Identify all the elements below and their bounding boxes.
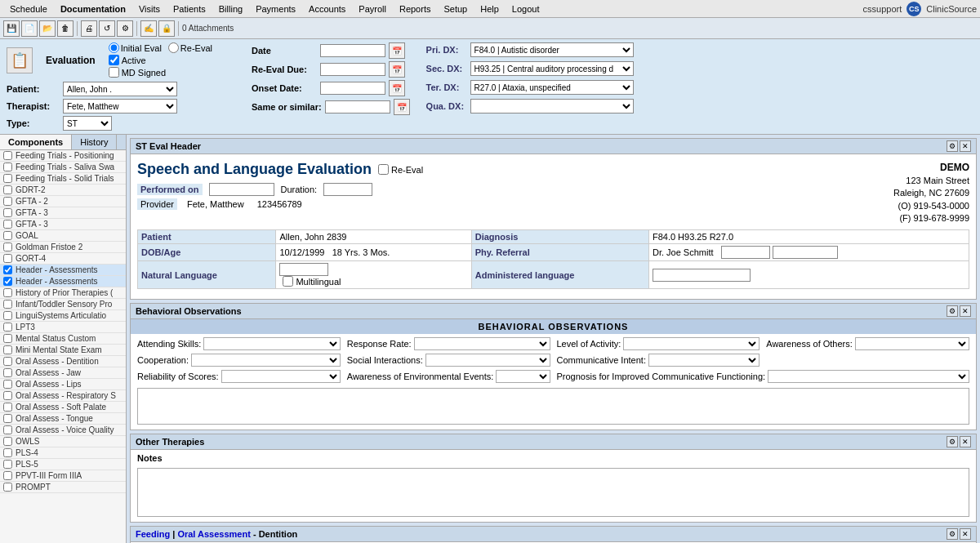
- history-tab[interactable]: History: [72, 135, 117, 149]
- performed-on-input[interactable]: 01/30/2018: [209, 183, 274, 196]
- social-interactions-select[interactable]: [425, 354, 550, 367]
- communicative-intent-select[interactable]: [648, 354, 760, 367]
- md-signed-checkbox[interactable]: MD Signed: [109, 67, 166, 78]
- sidebar-item-10[interactable]: Header - Assessments: [0, 265, 126, 276]
- therapist-select[interactable]: Fete, Matthew: [63, 99, 177, 113]
- active-checkbox[interactable]: Active: [109, 55, 146, 65]
- st-eval-settings-btn[interactable]: ⚙: [947, 140, 958, 152]
- sidebar-item-13[interactable]: Infant/Toddler Sensory Pro: [0, 299, 126, 310]
- nav-billing[interactable]: Billing: [212, 2, 249, 16]
- behavioral-close-btn[interactable]: ✕: [960, 305, 971, 317]
- sidebar-item-16[interactable]: Mental Status Custom: [0, 333, 126, 345]
- behavioral-settings-btn[interactable]: ⚙: [947, 305, 958, 317]
- initial-eval-radio[interactable]: Initial Eval: [109, 42, 162, 53]
- nav-help[interactable]: Help: [474, 2, 506, 16]
- sidebar-item-11[interactable]: Header - Assessments: [0, 276, 126, 287]
- other-therapies-close-btn[interactable]: ✕: [960, 436, 971, 447]
- nav-payments[interactable]: Payments: [249, 2, 302, 16]
- sidebar-item-14[interactable]: LinguiSystems Articulatio: [0, 310, 126, 322]
- nav-accounts[interactable]: Accounts: [302, 2, 352, 16]
- qua-dx-select[interactable]: [470, 99, 634, 113]
- phy-ref-extra-input[interactable]: [773, 246, 838, 259]
- refresh-button[interactable]: ↺: [99, 20, 115, 37]
- sidebar-item-21[interactable]: Oral Assess - Respiratory S: [0, 390, 126, 402]
- sidebar-item-voice-quality[interactable]: Oral Assess - Voice Quality: [0, 425, 126, 436]
- level-activity-select[interactable]: [623, 337, 760, 350]
- sidebar-item-9[interactable]: GORT-4: [0, 253, 126, 265]
- date-calendar-btn[interactable]: 📅: [389, 42, 405, 59]
- sidebar-item-25[interactable]: OWLS: [0, 436, 126, 447]
- duration-input[interactable]: [323, 183, 372, 196]
- sidebar-item-soft-palate[interactable]: Oral Assess - Soft Palate: [0, 402, 126, 413]
- nav-patients[interactable]: Patients: [167, 2, 212, 16]
- sidebar-item-17[interactable]: Mini Mental State Exam: [0, 345, 126, 356]
- admin-lang-input[interactable]: [653, 269, 751, 282]
- awareness-env-select[interactable]: [496, 370, 550, 383]
- sidebar-item-8[interactable]: Goldman Fristoe 2: [0, 242, 126, 253]
- nav-setup[interactable]: Setup: [437, 2, 474, 16]
- open-button[interactable]: 📂: [39, 20, 56, 37]
- sidebar-item-20[interactable]: Oral Assess - Lips: [0, 379, 126, 390]
- sidebar-item-4[interactable]: GFTA - 2: [0, 196, 126, 207]
- sidebar-item-19[interactable]: Oral Assess - Jaw: [0, 367, 126, 379]
- date-input[interactable]: 1/30/2018: [320, 44, 385, 57]
- reliability-select[interactable]: [221, 370, 341, 383]
- nav-schedule[interactable]: Schedule: [3, 2, 54, 16]
- delete-button[interactable]: 🗑: [57, 20, 74, 37]
- multilingual-checkbox[interactable]: Multilingual: [283, 276, 467, 287]
- behavioral-observations-textarea[interactable]: [137, 388, 969, 425]
- reeval-panel-checkbox[interactable]: Re-Eval: [378, 164, 423, 175]
- sidebar-item-29[interactable]: PROMPT: [0, 482, 126, 493]
- cooperation-select[interactable]: [191, 354, 341, 367]
- sidebar-item-6[interactable]: GFTA - 3: [0, 219, 126, 230]
- sidebar-item-12[interactable]: History of Prior Therapies (: [0, 287, 126, 299]
- nav-visits[interactable]: Visits: [132, 2, 167, 16]
- prognosis-select[interactable]: [768, 370, 969, 383]
- sidebar-item-15[interactable]: LPT3: [0, 322, 126, 333]
- patient-select[interactable]: Allen, John .: [63, 82, 177, 96]
- same-calendar-btn[interactable]: 📅: [394, 99, 410, 115]
- nav-documentation[interactable]: Documentation: [54, 2, 132, 16]
- nav-reports[interactable]: Reports: [393, 2, 438, 16]
- phy-ref-id-input[interactable]: 5551212: [721, 246, 770, 259]
- sidebar-item-28[interactable]: PPVT-III Form IIIA: [0, 470, 126, 482]
- awareness-others-select[interactable]: [855, 337, 969, 350]
- attending-skills-select[interactable]: [203, 337, 340, 350]
- print-button[interactable]: 🖨: [81, 20, 97, 37]
- components-tab[interactable]: Components: [0, 135, 72, 149]
- natural-lang-input[interactable]: [279, 263, 328, 276]
- save-button[interactable]: 💾: [3, 20, 20, 37]
- reeval-radio[interactable]: Re-Eval: [168, 42, 212, 53]
- st-eval-close-btn[interactable]: ✕: [960, 140, 971, 152]
- notes-textarea[interactable]: [137, 468, 969, 517]
- onset-calendar-btn[interactable]: 📅: [389, 80, 405, 96]
- sidebar-item-0[interactable]: Feeding Trials - Positioning: [0, 150, 126, 162]
- response-rate-select[interactable]: [414, 337, 550, 350]
- sidebar-item-2[interactable]: Feeding Trials - Solid Trials: [0, 173, 126, 185]
- sidebar-item-3[interactable]: GDRT-2: [0, 185, 126, 196]
- pri-dx-select[interactable]: F84.0 | Autistic disorder: [470, 42, 634, 57]
- onset-date-input[interactable]: [320, 82, 385, 95]
- sidebar-item-18[interactable]: Oral Assess - Dentition: [0, 356, 126, 367]
- type-select[interactable]: ST: [63, 116, 112, 131]
- lock-button[interactable]: 🔒: [158, 20, 175, 37]
- sidebar-item-26[interactable]: PLS-4: [0, 447, 126, 459]
- nav-payroll[interactable]: Payroll: [352, 2, 393, 16]
- sidebar-item-1[interactable]: Feeding Trials - Saliva Swa: [0, 162, 126, 173]
- ter-dx-select[interactable]: R27.0 | Ataxia, unspecified: [470, 80, 634, 95]
- other-therapies-settings-btn[interactable]: ⚙: [947, 436, 958, 447]
- sign-button[interactable]: ✍: [140, 20, 157, 37]
- oral-assess-link[interactable]: Oral Assessment: [177, 529, 250, 539]
- sidebar-item-7[interactable]: GOAL: [0, 230, 126, 242]
- same-similar-input[interactable]: [325, 100, 390, 113]
- sec-dx-select[interactable]: H93.25 | Central auditory processing d: [470, 61, 634, 76]
- reeval-due-input[interactable]: [320, 63, 385, 76]
- dentition-close-btn[interactable]: ✕: [960, 528, 971, 540]
- dentition-settings-btn[interactable]: ⚙: [947, 528, 958, 540]
- nav-logout[interactable]: Logout: [506, 2, 546, 16]
- sidebar-item-27[interactable]: PLS-5: [0, 459, 126, 470]
- new-button[interactable]: 📄: [21, 20, 38, 37]
- feeding-link[interactable]: Feeding: [136, 529, 170, 539]
- reeval-calendar-btn[interactable]: 📅: [389, 61, 405, 78]
- settings-button[interactable]: ⚙: [117, 20, 133, 37]
